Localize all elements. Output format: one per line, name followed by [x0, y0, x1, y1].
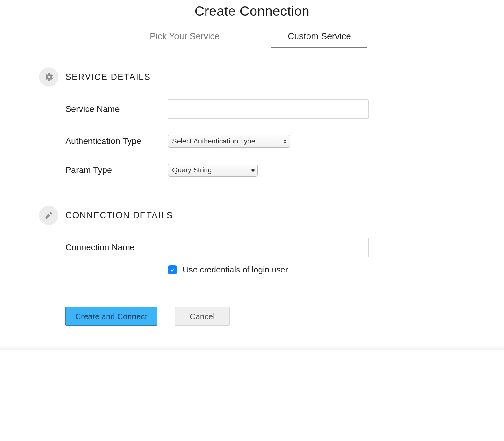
authentication-type-label: Authentication Type: [65, 136, 168, 146]
page-title: Create Connection: [39, 4, 465, 19]
tab-custom-service[interactable]: Custom Service: [271, 28, 367, 48]
use-credentials-label: Use credentials of login user: [183, 265, 288, 275]
gears-icon: [39, 67, 58, 87]
authentication-type-select[interactable]: Select Authentication Type: [168, 135, 290, 148]
connection-name-input[interactable]: [168, 238, 369, 257]
connection-details-header: CONNECTION DETAILS: [39, 206, 465, 225]
param-type-label: Param Type: [65, 165, 168, 175]
param-type-select[interactable]: Query String: [168, 164, 258, 177]
cancel-button[interactable]: Cancel: [175, 307, 230, 326]
tab-bar: Pick Your Service Custom Service: [39, 28, 465, 48]
tab-pick-your-service[interactable]: Pick Your Service: [137, 28, 233, 48]
connection-details-title: CONNECTION DETAILS: [65, 211, 173, 221]
service-details-header: SERVICE DETAILS: [39, 67, 465, 87]
section-divider: [39, 193, 465, 193]
service-name-label: Service Name: [65, 104, 168, 114]
use-credentials-checkbox[interactable]: [168, 265, 177, 274]
connection-name-label: Connection Name: [65, 243, 168, 253]
create-and-connect-button[interactable]: Create and Connect: [65, 307, 157, 326]
service-name-input[interactable]: [168, 99, 369, 119]
plug-icon: [39, 206, 58, 225]
service-details-title: SERVICE DETAILS: [65, 72, 151, 82]
section-divider: [39, 291, 465, 291]
